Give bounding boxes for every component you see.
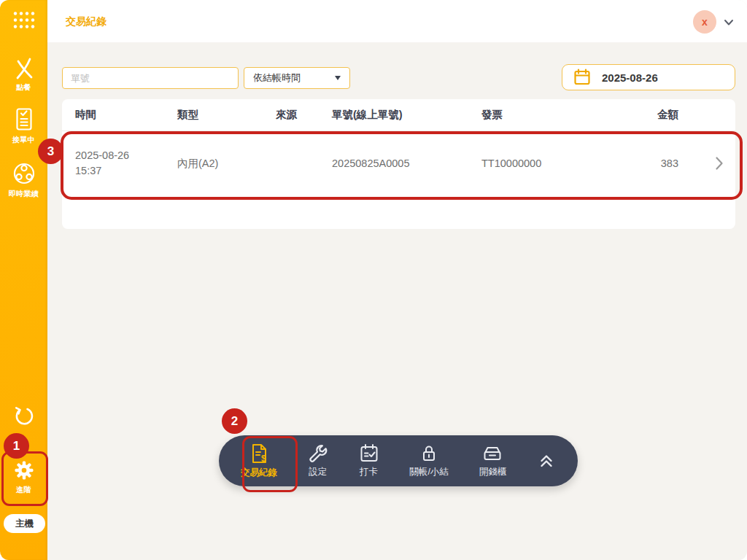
date-value: 2025-08-26 — [602, 71, 658, 84]
calendar-check-icon — [359, 443, 379, 464]
host-badge: 主機 — [4, 514, 45, 533]
user-avatar[interactable]: x — [693, 10, 716, 34]
sidebar-item-orders-in-progress[interactable]: 接單中 — [0, 106, 47, 145]
date-picker[interactable]: 2025-08-26 — [562, 64, 735, 90]
sidebar-item-order[interactable]: 點餐 — [0, 57, 47, 93]
app-window: 交易紀錄 x 依結帳時間 2025-08-26 — [0, 0, 747, 560]
apps-menu-button[interactable] — [0, 10, 47, 30]
live-performance-icon — [11, 160, 37, 187]
bottom-toolbar: $ 交易紀錄 設定 — [219, 435, 578, 486]
svg-text:$: $ — [261, 454, 266, 464]
header-time: 時間 — [75, 108, 177, 122]
sidebar-item-advanced[interactable]: 進階 — [0, 458, 47, 495]
dine-order-icon — [12, 57, 36, 80]
sidebar-item-label: 進階 — [16, 485, 31, 495]
gear-icon — [12, 458, 36, 483]
chevron-down-icon[interactable] — [724, 19, 734, 26]
cell-invoice: TT10000000 — [481, 158, 635, 169]
double-chevron-up-icon — [537, 451, 556, 470]
toolbar-item-settings[interactable]: 設定 — [308, 443, 328, 478]
cell-order-no: 20250825A0005 — [332, 158, 481, 169]
toolbar-item-cash-drawer[interactable]: 開錢櫃 — [479, 443, 507, 478]
triangle-down-icon — [335, 76, 341, 80]
calendar-icon — [573, 68, 592, 87]
sidebar-refresh-button[interactable] — [0, 405, 47, 427]
apps-grid-icon — [12, 10, 36, 30]
avatar-initial: x — [702, 16, 708, 28]
cell-time: 2025-08-26 15:37 — [75, 148, 177, 179]
padlock-icon — [419, 443, 439, 464]
transactions-table: 時間 類型 來源 單號(線上單號) 發票 金額 2025-08-26 15:37… — [62, 99, 735, 229]
orders-clipboard-icon — [12, 106, 36, 133]
sort-by-dropdown[interactable]: 依結帳時間 — [244, 67, 350, 89]
toolbar-item-close-account[interactable]: 關帳/小結 — [409, 443, 448, 478]
toolbar-item-label: 開錢櫃 — [479, 466, 507, 478]
toolbar-item-transactions[interactable]: $ 交易紀錄 — [241, 443, 277, 479]
header-order-no: 單號(線上單號) — [332, 108, 481, 122]
order-number-input[interactable] — [62, 67, 239, 89]
header-type: 類型 — [177, 108, 276, 122]
header-amount: 金額 — [635, 108, 694, 122]
document-dollar-icon: $ — [249, 443, 269, 464]
top-bar: 交易紀錄 x — [47, 0, 747, 42]
sidebar-item-label: 接單中 — [12, 135, 36, 145]
chevron-right-icon — [694, 156, 724, 171]
refresh-icon — [13, 405, 35, 427]
toolbar-item-label: 打卡 — [360, 466, 378, 478]
cell-amount: 383 — [635, 158, 694, 169]
table-row[interactable]: 2025-08-26 15:37 內用(A2) 20250825A0005 TT… — [62, 131, 735, 195]
main-content: 依結帳時間 2025-08-26 時間 類型 來源 單號(線上單號) 發票 — [47, 42, 747, 560]
cash-drawer-icon — [481, 443, 503, 464]
header-invoice: 發票 — [481, 108, 635, 122]
toolbar-item-label: 交易紀錄 — [241, 467, 277, 479]
toolbar-collapse-button[interactable] — [537, 451, 556, 470]
toolbar-item-clock-in[interactable]: 打卡 — [359, 443, 379, 478]
sidebar-item-live-performance[interactable]: 即時業績 — [0, 160, 47, 199]
toolbar-item-label: 設定 — [309, 466, 327, 478]
toolbar-item-label: 關帳/小結 — [409, 466, 448, 478]
wrench-icon — [308, 443, 328, 464]
page-title: 交易紀錄 — [66, 15, 107, 28]
sidebar-item-label: 即時業績 — [9, 189, 39, 199]
table-header-row: 時間 類型 來源 單號(線上單號) 發票 金額 — [62, 99, 735, 131]
sidebar-item-label: 點餐 — [16, 82, 31, 93]
sidebar: 點餐 接單中 — [0, 0, 47, 560]
sort-by-value: 依結帳時間 — [253, 71, 301, 85]
cell-type: 內用(A2) — [177, 157, 276, 171]
header-source: 來源 — [276, 108, 332, 122]
